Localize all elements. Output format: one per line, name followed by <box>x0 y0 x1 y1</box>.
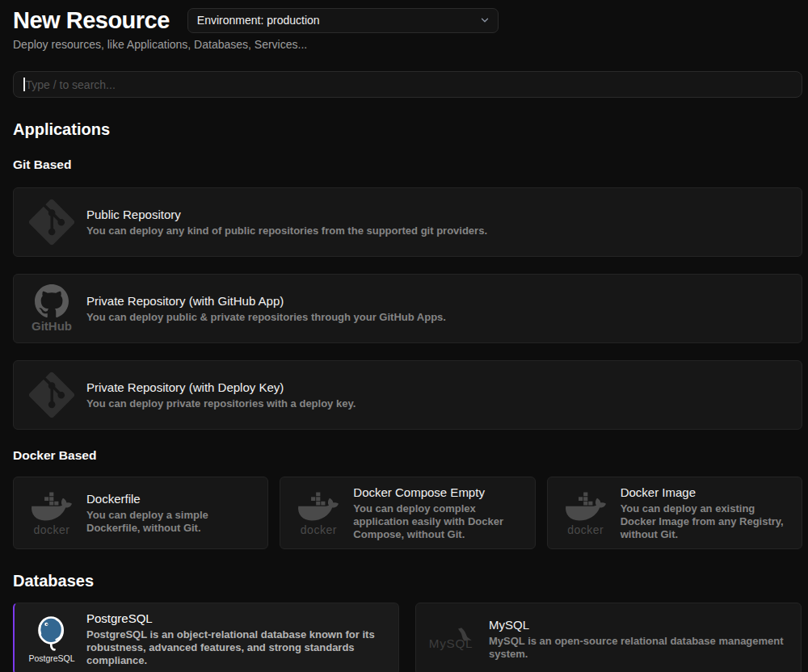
page-title: New Resource <box>13 6 170 34</box>
databases-card-list: PostgreSQL PostgreSQL PostgreSQL is an o… <box>13 603 802 672</box>
git-based-card-list: Public Repository You can deploy any kin… <box>13 187 802 430</box>
card-title: Public Repository <box>86 207 487 222</box>
card-description: You can deploy a simple Dockerfile, with… <box>86 509 255 535</box>
card-title: Docker Compose Empty <box>353 485 521 500</box>
card-description: You can deploy public & private reposito… <box>86 311 446 324</box>
search-input[interactable]: Type / to search... <box>13 71 802 98</box>
card-private-repository-deploy-key[interactable]: Private Repository (with Deploy Key) You… <box>13 360 802 430</box>
card-description: You can deploy any kind of public reposi… <box>86 225 487 237</box>
svg-text:MySQL: MySQL <box>429 636 473 650</box>
card-title: PostgreSQL <box>86 611 385 626</box>
card-title: Dockerfile <box>86 491 255 506</box>
card-mysql[interactable]: MySQL MySQL MySQL is an open-source rela… <box>415 603 802 672</box>
card-description: You can deploy complex application easil… <box>353 502 521 541</box>
card-title: Private Repository (with GitHub App) <box>86 293 446 309</box>
environment-select[interactable]: Environment: production <box>187 8 499 33</box>
docker-based-card-list: docker Dockerfile You can deploy a simpl… <box>13 477 802 549</box>
git-icon <box>29 369 74 421</box>
card-text: MySQL MySQL is an open-source relational… <box>489 617 788 661</box>
applications-heading: Applications <box>13 120 802 139</box>
databases-heading: Databases <box>13 571 802 590</box>
card-title: Docker Image <box>621 485 789 500</box>
page-header: New Resource Environment: production <box>13 6 802 34</box>
card-text: Public Repository You can deploy any kin… <box>86 207 487 237</box>
docker-wordmark: docker <box>33 524 69 536</box>
docker-based-heading: Docker Based <box>13 447 802 464</box>
card-text: Docker Image You can deploy an existing … <box>621 485 789 541</box>
docker-icon: docker <box>563 490 608 536</box>
docker-icon: docker <box>296 490 341 536</box>
page-subtitle: Deploy resources, like Applications, Dat… <box>13 36 802 52</box>
text-caret <box>23 78 25 91</box>
card-docker-image[interactable]: docker Docker Image You can deploy an ex… <box>547 477 802 549</box>
environment-select-wrap: Environment: production <box>187 8 499 33</box>
mysql-logo: MySQL <box>431 624 477 654</box>
card-private-repository-github-app[interactable]: GitHub Private Repository (with GitHub A… <box>13 274 802 343</box>
card-docker-compose-empty[interactable]: docker Docker Compose Empty You can depl… <box>280 477 535 549</box>
card-text: Private Repository (with Deploy Key) You… <box>86 380 356 410</box>
git-based-heading: Git Based <box>13 157 802 173</box>
search-placeholder: Type / to search... <box>26 78 116 91</box>
card-postgresql[interactable]: PostgreSQL PostgreSQL PostgreSQL is an o… <box>13 603 399 672</box>
card-public-repository[interactable]: Public Repository You can deploy any kin… <box>13 187 802 257</box>
postgresql-logo: PostgreSQL <box>29 615 74 663</box>
card-title: MySQL <box>489 617 788 632</box>
card-text: PostgreSQL PostgreSQL is an object-relat… <box>86 611 385 667</box>
git-icon <box>29 196 74 248</box>
card-text: Private Repository (with GitHub App) You… <box>86 293 446 324</box>
card-description: You can deploy an existing Docker Image … <box>621 502 789 541</box>
docker-wordmark: docker <box>567 524 604 536</box>
docker-icon: docker <box>29 490 74 536</box>
postgresql-wordmark: PostgreSQL <box>28 653 74 663</box>
card-dockerfile[interactable]: docker Dockerfile You can deploy a simpl… <box>13 477 268 549</box>
new-resource-page: New Resource Environment: production Dep… <box>0 0 808 672</box>
card-description: PostgreSQL is an object-relational datab… <box>86 628 385 667</box>
docker-wordmark: docker <box>301 524 337 536</box>
card-text: Dockerfile You can deploy a simple Docke… <box>86 491 255 535</box>
card-title: Private Repository (with Deploy Key) <box>86 380 356 395</box>
github-wordmark: GitHub <box>32 320 72 333</box>
card-description: You can deploy private repositories with… <box>86 397 356 410</box>
card-text: Docker Compose Empty You can deploy comp… <box>353 485 521 541</box>
card-description: MySQL is an open-source relational datab… <box>489 635 788 661</box>
github-icon: GitHub <box>29 284 74 333</box>
